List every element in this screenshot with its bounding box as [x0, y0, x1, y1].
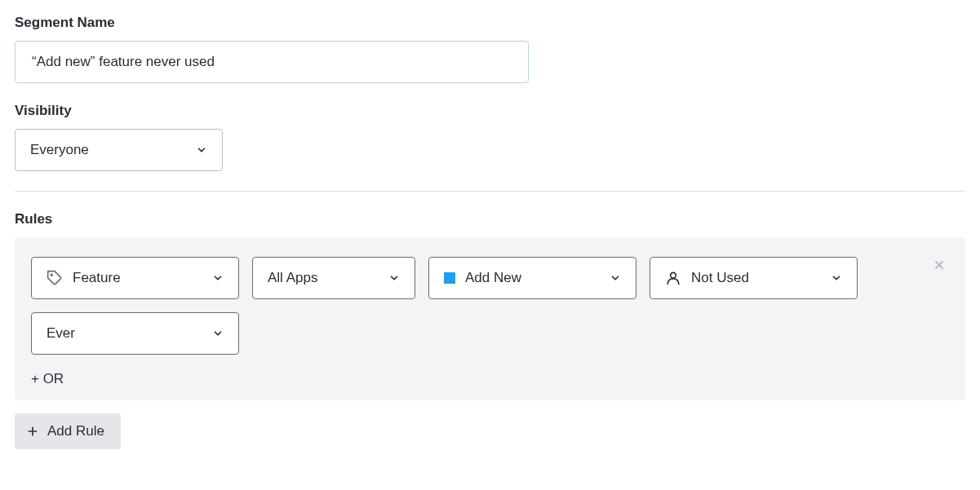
rule-condition-select[interactable]: Not Used — [650, 257, 858, 299]
rule-app-value: All Apps — [268, 270, 317, 286]
section-divider — [15, 191, 965, 192]
close-icon[interactable] — [933, 258, 946, 271]
rule-time-select[interactable]: Ever — [31, 312, 239, 355]
rule-type-value: Feature — [73, 270, 121, 286]
plus-icon — [26, 425, 39, 438]
feature-color-icon — [444, 272, 455, 284]
rule-app-select[interactable]: All Apps — [252, 257, 415, 299]
rule-feature-value: Add New — [465, 270, 521, 286]
rule-type-select[interactable]: Feature — [31, 257, 239, 299]
chevron-down-icon — [831, 272, 842, 284]
rule-row: Feature All Apps Add New — [31, 257, 949, 355]
segment-name-label: Segment Name — [15, 15, 965, 31]
segment-name-group: Segment Name — [15, 15, 965, 83]
rule-time-value: Ever — [47, 325, 75, 342]
chevron-down-icon — [212, 328, 224, 339]
chevron-down-icon — [196, 144, 207, 156]
svg-point-2 — [51, 274, 52, 276]
visibility-group: Visibility Everyone — [15, 103, 965, 171]
visibility-select[interactable]: Everyone — [15, 129, 223, 171]
add-rule-label: Add Rule — [47, 423, 104, 439]
add-or-link[interactable]: + OR — [31, 371, 64, 387]
rules-group: Rules Feature All Apps — [15, 211, 965, 449]
svg-point-3 — [671, 272, 676, 278]
add-rule-button[interactable]: Add Rule — [15, 413, 121, 449]
visibility-value: Everyone — [30, 142, 89, 158]
visibility-label: Visibility — [15, 103, 965, 119]
rules-card: Feature All Apps Add New — [15, 237, 965, 400]
segment-name-input[interactable] — [15, 41, 529, 83]
rules-label: Rules — [15, 211, 965, 227]
rule-feature-select[interactable]: Add New — [428, 257, 636, 299]
chevron-down-icon — [388, 272, 400, 284]
tag-icon — [47, 270, 63, 286]
rule-condition-value: Not Used — [691, 270, 749, 286]
chevron-down-icon — [610, 272, 621, 284]
person-icon — [665, 270, 681, 286]
chevron-down-icon — [212, 272, 224, 284]
